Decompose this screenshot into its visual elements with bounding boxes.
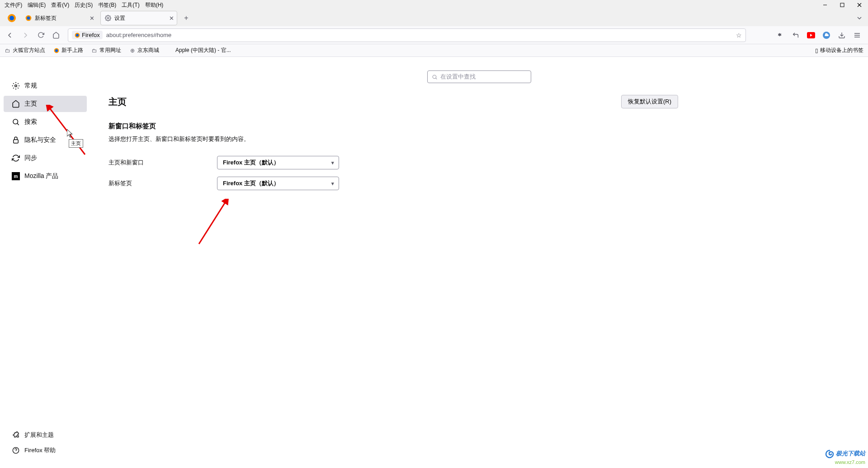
svg-line-22 <box>17 123 19 125</box>
svg-point-10 <box>76 34 79 37</box>
bookmark-label: 火狐官方站点 <box>13 47 45 54</box>
search-placeholder: 在设置中查找 <box>440 73 476 81</box>
urlbar[interactable]: Firefox about:preferences#home ☆ <box>68 28 746 42</box>
new-tab-button[interactable]: + <box>180 12 193 24</box>
sidebar-item-home[interactable]: 主页 <box>4 96 87 112</box>
sidebar-footer: 扩展和主题 Firefox 帮助 <box>0 428 90 459</box>
sidebar-item-sync[interactable]: 同步 <box>4 150 87 166</box>
undo-icon[interactable] <box>791 31 800 40</box>
bookmark-star-icon[interactable]: ☆ <box>736 32 742 39</box>
content: 常规 主页 搜索 隐私与安全 同步 mMozilla 产品 扩展和主题 Fire… <box>0 57 868 468</box>
dropdown-value: Firefox 主页（默认） <box>223 179 279 187</box>
bookmark-item[interactable]: Apple (中国大陆) - 官... <box>167 47 231 54</box>
section-description: 选择您打开主页、新窗口和新标签页时要看到的内容。 <box>108 135 850 143</box>
menu-edit[interactable]: 编辑(E) <box>25 0 48 10</box>
tab-newtab[interactable]: 新标签页 ✕ <box>21 11 98 25</box>
svg-point-7 <box>27 17 30 20</box>
close-icon[interactable]: ✕ <box>90 15 94 22</box>
tab-settings[interactable]: 设置 ✕ <box>100 11 177 25</box>
mobile-bookmarks[interactable]: ▯移动设备上的书签 <box>815 47 863 54</box>
newtab-dropdown[interactable]: Firefox 主页（默认）▾ <box>217 177 339 190</box>
bookmark-item[interactable]: 🗀常用网址 <box>91 47 121 54</box>
bookmark-label: 新手上路 <box>61 47 83 54</box>
navbar: Firefox about:preferences#home ☆ <box>0 26 868 44</box>
homepage-label: 主页和新窗口 <box>108 159 217 167</box>
tab-title: 新标签页 <box>35 14 57 22</box>
search-icon <box>431 74 438 80</box>
firefox-icon <box>25 14 32 22</box>
dropdown-value: Firefox 主页（默认） <box>223 159 279 167</box>
svg-point-20 <box>15 85 17 87</box>
watermark-url: www.xz7.com <box>835 459 865 465</box>
bookmark-item[interactable]: 新手上路 <box>53 47 83 54</box>
menu-tools[interactable]: 工具(T) <box>119 0 142 10</box>
sidebar-item-search[interactable]: 搜索 <box>4 114 87 130</box>
bookmarks-toolbar: 🗀火狐官方站点 新手上路 🗀常用网址 ⊕京东商城 Apple (中国大陆) - … <box>0 44 868 57</box>
homepage-dropdown[interactable]: Firefox 主页（默认）▾ <box>217 156 339 169</box>
back-button[interactable] <box>4 29 16 42</box>
close-button[interactable] <box>851 0 868 10</box>
save-icon[interactable] <box>837 31 846 40</box>
sidebar-label: 主页 <box>24 100 37 108</box>
restore-defaults-button[interactable]: 恢复默认设置(R) <box>621 95 678 108</box>
menu-history[interactable]: 历史(S) <box>72 0 95 10</box>
bookmark-item[interactable]: 🗀火狐官方站点 <box>5 47 45 54</box>
firefox-icon <box>53 47 60 54</box>
bookmark-label: Apple (中国大陆) - 官... <box>175 47 231 54</box>
maximize-button[interactable] <box>834 0 851 10</box>
sidebar-item-general[interactable]: 常规 <box>4 78 87 94</box>
extension-icon[interactable] <box>776 31 785 40</box>
identity-label: Firefox <box>82 32 100 38</box>
page-title: 主页 <box>108 96 127 108</box>
menu-bookmarks[interactable]: 书签(B) <box>95 0 119 10</box>
watermark: 极光下载站 www.xz7.com <box>825 449 865 465</box>
all-tabs-button[interactable] <box>856 15 863 21</box>
menu-icon[interactable] <box>853 31 862 40</box>
svg-text:m: m <box>14 174 18 179</box>
svg-point-8 <box>107 17 109 19</box>
window-controls <box>816 0 868 10</box>
sidebar-label: 同步 <box>24 154 37 162</box>
identity-box[interactable]: Firefox <box>72 31 103 39</box>
menu-help[interactable]: 帮助(H) <box>142 0 166 10</box>
close-icon[interactable]: ✕ <box>169 15 174 22</box>
menu-view[interactable]: 查看(V) <box>48 0 72 10</box>
settings-search-input[interactable]: 在设置中查找 <box>427 70 531 83</box>
newtab-label: 新标签页 <box>108 179 217 187</box>
chevron-down-icon: ▾ <box>331 160 334 166</box>
home-button[interactable] <box>50 29 62 42</box>
reload-button[interactable] <box>34 29 47 42</box>
url-text: about:preferences#home <box>106 32 172 38</box>
home-icon <box>12 100 20 108</box>
tabbar: 新标签页 ✕ 设置 ✕ + <box>0 10 868 26</box>
firefox-logo-icon[interactable] <box>6 13 17 23</box>
sidebar-label: 隐私与安全 <box>24 136 56 144</box>
folder-icon: 🗀 <box>91 47 98 54</box>
bookmark-label: 常用网址 <box>99 47 121 54</box>
main: 在设置中查找 主页 恢复默认设置(R) 新窗口和标签页 选择您打开主页、新窗口和… <box>90 57 868 468</box>
minimize-button[interactable] <box>816 0 834 10</box>
folder-icon: 🗀 <box>5 47 11 54</box>
sidebar-label: 扩展和主题 <box>24 431 54 439</box>
watermark-title: 极光下载站 <box>836 450 865 457</box>
youtube-icon[interactable] <box>807 31 816 40</box>
sidebar-label: Mozilla 产品 <box>24 172 58 180</box>
svg-rect-23 <box>14 140 19 143</box>
svg-point-21 <box>13 119 18 124</box>
sidebar-item-help[interactable]: Firefox 帮助 <box>4 444 87 457</box>
search-icon <box>12 118 20 126</box>
menubar: 文件(F) 编辑(E) 查看(V) 历史(S) 书签(B) 工具(T) 帮助(H… <box>0 0 868 10</box>
sidebar-item-mozilla[interactable]: mMozilla 产品 <box>4 168 87 184</box>
sync-icon <box>12 154 20 162</box>
cloud-icon[interactable] <box>822 31 831 40</box>
globe-icon: ⊕ <box>129 47 136 54</box>
menu-file[interactable]: 文件(F) <box>2 0 25 10</box>
sidebar-label: 搜索 <box>24 118 37 126</box>
svg-point-5 <box>9 16 14 20</box>
puzzle-icon <box>12 431 20 439</box>
forward-button[interactable] <box>19 29 32 42</box>
sidebar-item-extensions[interactable]: 扩展和主题 <box>4 428 87 442</box>
bookmark-item[interactable]: ⊕京东商城 <box>129 47 159 54</box>
apple-icon <box>167 47 174 54</box>
sidebar-label: 常规 <box>24 82 37 90</box>
